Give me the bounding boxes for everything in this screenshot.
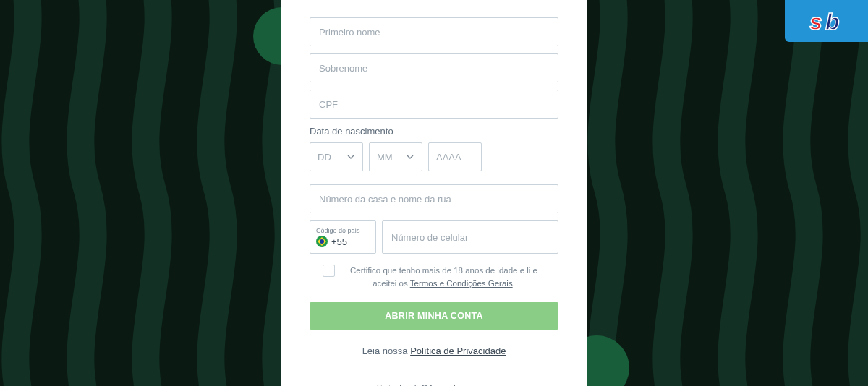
open-account-button[interactable]: ABRIR MINHA CONTA: [310, 302, 558, 330]
dob-row: DD MM AAAA: [310, 142, 558, 171]
privacy-prefix: Leia nossa: [362, 346, 411, 356]
dob-year-placeholder: AAAA: [436, 152, 461, 163]
login-prefix: Já é cliente?: [375, 382, 430, 386]
login-link[interactable]: Faça login aqui: [430, 382, 493, 386]
terms-link[interactable]: Termos e Condições Gerais: [410, 279, 513, 288]
chevron-down-icon: [406, 153, 414, 161]
registration-form: Data de nascimento DD MM AAAA Código do …: [281, 0, 587, 386]
brazil-flag-icon: [316, 236, 328, 247]
phone-row: Código do país +55: [310, 220, 558, 254]
country-code-select[interactable]: Código do país +55: [310, 220, 376, 254]
phone-input[interactable]: [391, 232, 549, 243]
svg-point-4: [320, 239, 324, 244]
cert-row: Certifico que tenho mais de 18 anos de i…: [323, 264, 545, 291]
country-code-value: +55: [331, 236, 347, 247]
surname-field-wrap: [310, 53, 558, 82]
first-name-input[interactable]: [319, 27, 549, 38]
dob-label: Data de nascimento: [310, 126, 558, 137]
address-field-wrap: [310, 184, 558, 213]
surname-input[interactable]: [319, 63, 549, 74]
dob-day-placeholder: DD: [318, 152, 331, 163]
cpf-input[interactable]: [319, 99, 549, 110]
dob-year-input[interactable]: AAAA: [428, 142, 482, 171]
age-certify-checkbox[interactable]: [323, 265, 335, 277]
login-line: Já é cliente? Faça login aqui: [310, 382, 558, 386]
dob-day-select[interactable]: DD: [310, 142, 363, 171]
cert-text: Certifico que tenho mais de 18 anos de i…: [342, 264, 545, 291]
sb-logo-icon: s b: [805, 7, 848, 35]
svg-text:s: s: [809, 9, 822, 35]
address-input[interactable]: [319, 194, 549, 205]
cpf-field-wrap: [310, 90, 558, 119]
privacy-link[interactable]: Política de Privacidade: [410, 346, 506, 356]
privacy-line: Leia nossa Política de Privacidade: [310, 346, 558, 356]
brand-logo: s b: [785, 0, 868, 42]
dob-month-placeholder: MM: [377, 152, 393, 163]
first-name-field-wrap: [310, 17, 558, 46]
chevron-down-icon: [346, 153, 355, 161]
phone-field-wrap: [382, 220, 558, 254]
dob-month-select[interactable]: MM: [369, 142, 422, 171]
svg-text:b: b: [825, 9, 840, 35]
country-code-label: Código do país: [316, 227, 360, 234]
cert-text-suffix: .: [513, 279, 515, 288]
